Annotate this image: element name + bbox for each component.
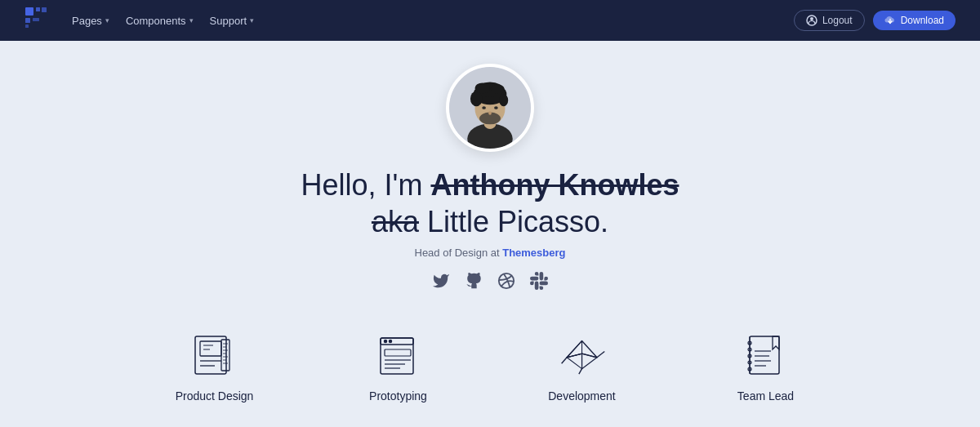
dev-icon — [554, 331, 611, 380]
svg-rect-25 — [200, 341, 221, 356]
twitter-icon[interactable] — [432, 272, 450, 290]
skill-label: Prototyping — [369, 389, 427, 403]
svg-line-51 — [561, 357, 566, 363]
cloud-download-icon — [884, 15, 896, 26]
svg-rect-0 — [25, 7, 33, 16]
svg-line-52 — [578, 368, 581, 373]
svg-line-50 — [597, 351, 604, 357]
main-content: Hello, I'm Anthony Knowles aka Little Pi… — [0, 41, 980, 411]
download-button[interactable]: Download — [873, 11, 956, 30]
svg-rect-5 — [25, 24, 29, 28]
hero-subtitle: Head of Design at Themesberg — [415, 247, 566, 259]
hero-aka: aka — [372, 205, 419, 238]
nav-links: Pages ▾ Components ▾ Support ▾ — [72, 15, 254, 27]
nav-support[interactable]: Support ▾ — [210, 15, 255, 27]
navbar-left: Pages ▾ Components ▾ Support ▾ — [24, 7, 254, 34]
svg-marker-47 — [567, 340, 581, 357]
skill-label: Team Lead — [737, 389, 794, 403]
slack-icon[interactable] — [530, 272, 548, 290]
skill-development: Development — [490, 322, 674, 411]
hero-heading: Hello, I'm Anthony Knowles aka Little Pi… — [301, 167, 679, 240]
dribbble-icon[interactable] — [497, 272, 515, 290]
company-link[interactable]: Themesberg — [502, 247, 565, 259]
chevron-down-icon: ▾ — [105, 16, 109, 24]
svg-point-7 — [810, 17, 813, 20]
design-icon — [186, 331, 243, 380]
svg-point-18 — [491, 84, 505, 93]
github-icon[interactable] — [465, 272, 483, 290]
avatar-image — [449, 67, 531, 149]
skill-product-design: Product Design — [122, 322, 306, 411]
svg-rect-30 — [221, 340, 229, 371]
svg-marker-60 — [773, 336, 779, 349]
svg-rect-4 — [33, 18, 39, 21]
logout-button[interactable]: Logout — [794, 10, 865, 31]
svg-point-15 — [499, 94, 508, 106]
svg-point-22 — [488, 111, 492, 115]
hero-nickname: Little Picasso. — [427, 205, 608, 238]
svg-rect-53 — [750, 336, 779, 374]
svg-point-17 — [474, 82, 490, 93]
avatar — [446, 64, 534, 152]
svg-point-20 — [482, 106, 486, 109]
chevron-down-icon: ▾ — [250, 16, 254, 24]
svg-point-40 — [384, 340, 386, 342]
lead-icon — [737, 331, 795, 380]
svg-point-41 — [389, 340, 391, 342]
svg-marker-48 — [581, 354, 596, 368]
skill-prototyping: Prototyping — [306, 322, 490, 411]
logo-icon[interactable] — [24, 7, 47, 34]
navbar-right: Logout Download — [794, 10, 956, 31]
svg-point-21 — [494, 106, 498, 109]
skill-label: Product Design — [176, 389, 254, 403]
social-icons — [432, 272, 548, 290]
nav-pages[interactable]: Pages ▾ — [72, 15, 109, 27]
svg-rect-42 — [385, 349, 411, 356]
chevron-down-icon: ▾ — [189, 16, 194, 24]
skill-label: Development — [548, 389, 616, 403]
hero-name: Anthony Knowles — [430, 168, 679, 202]
skill-team-lead: Team Lead — [674, 322, 858, 411]
skills-row: Product Design — [122, 322, 858, 411]
svg-rect-3 — [25, 18, 30, 23]
svg-marker-49 — [567, 354, 581, 368]
prototype-icon — [370, 331, 427, 380]
navbar: Pages ▾ Components ▾ Support ▾ Logout — [0, 0, 980, 41]
svg-rect-1 — [36, 7, 40, 11]
svg-rect-2 — [42, 7, 47, 12]
logout-icon — [806, 15, 817, 26]
nav-components[interactable]: Components ▾ — [126, 15, 194, 27]
